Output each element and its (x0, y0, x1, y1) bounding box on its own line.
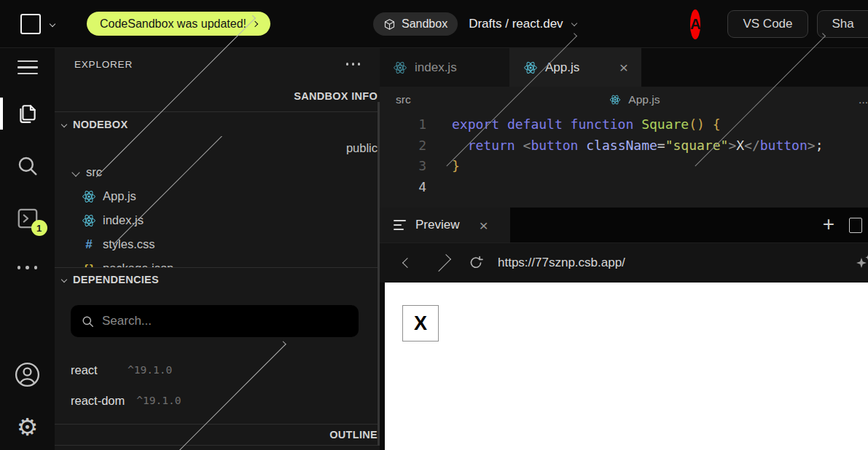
preview-tab-bar: Preview × + (380, 208, 868, 242)
tree-item-App.js[interactable]: App.js (55, 184, 378, 208)
cube-icon (383, 18, 396, 31)
explorer-more-icon[interactable] (346, 63, 361, 66)
chevron-down-icon (61, 121, 67, 127)
forward-icon[interactable] (434, 259, 451, 267)
chevron-down-icon[interactable] (50, 20, 55, 26)
tree-item-package.json[interactable]: {}package.json (55, 256, 378, 267)
preview-content: X (380, 283, 868, 450)
dependency-version: ^19.1.0 (136, 395, 181, 406)
tab-index-js[interactable]: index.js (380, 48, 510, 87)
dependency-search-input[interactable] (102, 314, 348, 328)
line-number: 4 (380, 177, 426, 198)
section-nodebox[interactable]: NODEBOX (55, 112, 378, 136)
account-icon (14, 361, 41, 388)
sidebar-item-search[interactable] (15, 154, 40, 181)
add-preview-icon[interactable]: + (823, 214, 834, 234)
line-number: 3 (380, 156, 426, 177)
chevron-right-icon (252, 20, 258, 26)
back-icon[interactable] (399, 259, 416, 267)
sidebar-item-terminal[interactable]: 1 (15, 205, 41, 232)
explorer-title: EXPLORER (74, 59, 133, 70)
breadcrumb: src App.js ... (380, 87, 868, 113)
terminal-badge: 1 (31, 220, 47, 236)
codesandbox-logo-icon[interactable] (20, 14, 41, 34)
top-bar: CodeSandbox was updated! Sandbox Drafts … (0, 0, 868, 48)
files-icon (16, 101, 39, 126)
explorer-panel: EXPLORER SANDBOX INFO NODEBOX publicsrcA… (55, 48, 378, 450)
react-icon (393, 60, 407, 75)
react-icon (609, 94, 621, 106)
share-button[interactable]: Sha (817, 10, 868, 38)
editor-tab-bar: index.js App.js × (380, 48, 868, 87)
chevron-down-icon (571, 20, 576, 25)
code-line: 1export default function Square() { (380, 114, 868, 135)
project-breadcrumb[interactable]: Drafts / react.dev (469, 17, 576, 31)
preview-list-icon (394, 220, 406, 230)
line-number: 1 (380, 114, 426, 135)
tree-item-styles.css[interactable]: #styles.css (55, 232, 378, 256)
chevron-down-icon (71, 168, 79, 176)
react-icon (82, 213, 96, 228)
sandbox-badge-label: Sandbox (402, 17, 447, 31)
breadcrumb-src[interactable]: src (396, 93, 411, 106)
tab-preview[interactable]: Preview × (380, 208, 510, 242)
file-name: public (346, 141, 378, 155)
sparkle-icon[interactable] (854, 253, 868, 275)
search-icon (81, 315, 95, 328)
dependency-name: react-dom (71, 394, 125, 408)
activity-bar: 1 ⚙ (0, 48, 55, 450)
chevron-down-icon (61, 277, 67, 283)
section-dependencies[interactable]: DEPENDENCIES (55, 268, 378, 291)
update-banner-label: CodeSandbox was updated! (100, 17, 246, 31)
file-name: App.js (103, 189, 136, 203)
section-sandbox-info[interactable]: SANDBOX INFO (55, 80, 378, 111)
file-tree: publicsrcApp.jsindex.js#styles.css{}pack… (55, 136, 378, 267)
dependency-version: ^19.1.0 (128, 364, 172, 376)
preview-url-bar: https://77sznp.csb.app/ (380, 242, 868, 283)
refresh-icon[interactable] (467, 255, 485, 271)
layout-icon[interactable] (849, 218, 862, 233)
ellipsis-icon[interactable] (17, 266, 38, 269)
close-icon[interactable]: × (619, 60, 628, 75)
json-icon: {} (82, 261, 96, 268)
search-icon (15, 154, 40, 178)
code-line: 4 (380, 177, 868, 198)
sidebar-item-account[interactable] (14, 361, 41, 391)
dependency-name: react (71, 363, 116, 377)
dependency-search[interactable] (71, 305, 359, 337)
css-icon: # (82, 237, 96, 252)
close-icon[interactable]: × (479, 218, 488, 233)
react-icon (82, 189, 96, 204)
tree-item-index.js[interactable]: index.js (55, 208, 378, 232)
avatar[interactable]: A (690, 9, 700, 39)
square-button[interactable]: X (402, 305, 439, 342)
sandbox-badge[interactable]: Sandbox (373, 12, 458, 36)
breadcrumb-symbol[interactable]: ... (859, 93, 868, 106)
menu-icon[interactable] (17, 60, 38, 74)
sidebar-item-files[interactable] (0, 98, 55, 130)
tree-item-public[interactable]: public (55, 136, 378, 160)
vscode-button[interactable]: VS Code (727, 10, 808, 38)
file-name: package.json (103, 261, 173, 267)
line-number: 2 (380, 135, 426, 157)
preview-url[interactable]: https://77sznp.csb.app/ (498, 256, 625, 270)
breadcrumb-file[interactable]: App.js (628, 93, 660, 106)
active-indicator (0, 98, 3, 130)
gear-icon[interactable]: ⚙ (17, 415, 39, 439)
section-outline[interactable]: OUTLINE (55, 425, 378, 445)
dependency-item[interactable]: react^19.1.0 (55, 355, 378, 385)
